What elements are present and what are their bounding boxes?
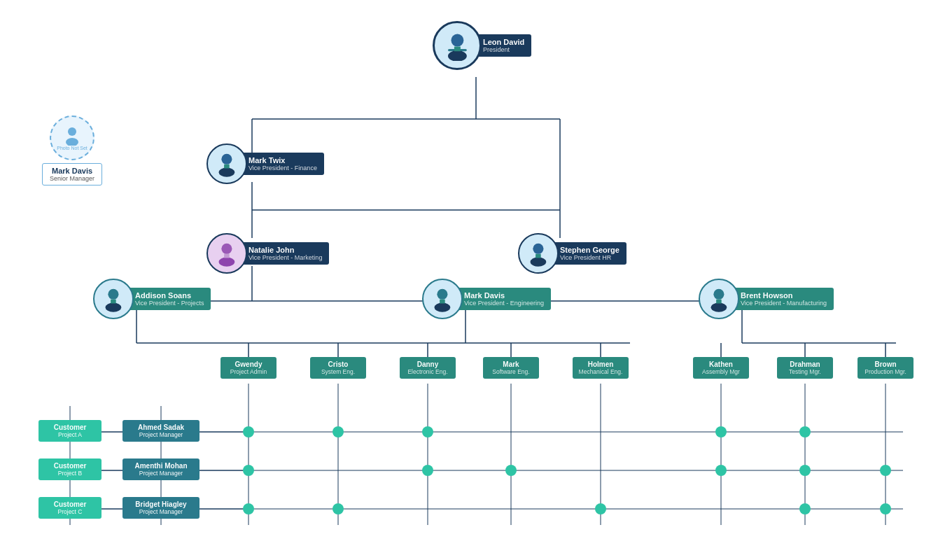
vp-marketing-node[interactable]: Natalie John Vice President - Marketing	[206, 233, 329, 274]
vp-projects-avatar	[93, 279, 134, 319]
customer-c-name: Customer	[44, 500, 96, 508]
vp-projects-title: Vice President - Projects	[135, 300, 204, 307]
dot	[880, 503, 891, 514]
danny-box[interactable]: Danny Electronic Eng.	[400, 357, 456, 379]
org-chart: Photo Not Set Mark Davis Senior Manager …	[0, 0, 952, 560]
bridget-box[interactable]: Bridget Hiagley Project Manager	[122, 497, 200, 519]
customer-a-title: Project A	[44, 431, 96, 438]
president-name: Leon David	[483, 38, 524, 46]
svg-point-65	[711, 303, 727, 312]
kathen-name: Kathen	[699, 360, 743, 368]
kathen-title: Assembly Mgr	[699, 368, 743, 375]
vp-marketing-title: Vice President - Marketing	[248, 254, 322, 261]
amenthi-box[interactable]: Amenthi Mohan Project Manager	[122, 458, 200, 480]
vp-finance-node[interactable]: Mark Twix Vice President - Finance	[206, 144, 324, 184]
dot	[799, 503, 811, 514]
vp-engineering-title: Vice President - Engineering	[464, 300, 544, 307]
dot	[799, 465, 811, 476]
vp-engineering-node[interactable]: Mark Davis Vice President - Engineering	[422, 279, 551, 319]
vp-projects-icon	[100, 286, 127, 312]
svg-point-58	[108, 289, 118, 300]
brown-box[interactable]: Brown Production Mgr.	[858, 357, 913, 379]
vp-hr-node[interactable]: Stephen George Vice President HR	[518, 233, 626, 274]
dot	[422, 465, 433, 476]
svg-point-64	[713, 289, 724, 300]
customer-a-box[interactable]: Customer Project A	[38, 420, 102, 442]
president-avatar	[433, 21, 482, 70]
vp-finance-icon	[214, 150, 240, 177]
dot	[243, 426, 254, 438]
svg-point-55	[533, 244, 543, 254]
mark-eng-name: Mark	[489, 360, 533, 368]
dot	[243, 503, 254, 514]
kathen-box[interactable]: Kathen Assembly Mgr	[693, 357, 749, 379]
bridget-title: Project Manager	[128, 508, 194, 515]
cristo-title: System Eng.	[316, 368, 360, 375]
svg-point-45	[451, 34, 463, 46]
mark-eng-box[interactable]: Mark Software Eng.	[483, 357, 539, 379]
svg-point-52	[221, 244, 232, 254]
bridget-name: Bridget Hiagley	[128, 500, 194, 508]
photo-avatar: Photo Not Set	[50, 115, 94, 160]
vp-finance-avatar	[206, 144, 247, 184]
drahman-name: Drahman	[783, 360, 827, 368]
svg-point-61	[437, 289, 447, 300]
customer-b-box[interactable]: Customer Project B	[38, 458, 102, 480]
dot	[505, 465, 517, 476]
holmen-name: Holmen	[578, 360, 623, 368]
svg-point-49	[221, 154, 232, 164]
vp-finance-title: Vice President - Finance	[248, 164, 317, 172]
vp-marketing-label: Natalie John Vice President - Marketing	[241, 242, 329, 265]
holmen-box[interactable]: Holmen Mechanical Eng.	[573, 357, 629, 379]
cristo-name: Cristo	[316, 360, 360, 368]
drahman-box[interactable]: Drahman Testing Mgr.	[777, 357, 833, 379]
vp-finance-name: Mark Twix	[248, 156, 317, 164]
photo-node[interactable]: Photo Not Set Mark Davis Senior Manager	[42, 115, 102, 186]
person-icon	[62, 125, 83, 146]
amenthi-name: Amenthi Mohan	[128, 462, 194, 470]
vp-engineering-avatar	[422, 279, 463, 319]
brown-name: Brown	[863, 360, 908, 368]
svg-rect-66	[716, 300, 722, 304]
ahmed-title: Project Manager	[128, 431, 194, 438]
svg-rect-51	[224, 164, 230, 169]
dot	[243, 465, 254, 476]
ahmed-name: Ahmed Sadak	[128, 424, 194, 431]
vp-manufacturing-avatar	[699, 279, 739, 319]
svg-rect-57	[536, 254, 541, 258]
customer-c-title: Project C	[44, 508, 96, 515]
svg-rect-60	[111, 300, 116, 304]
svg-point-59	[106, 303, 122, 312]
svg-point-53	[219, 258, 235, 267]
gwendy-box[interactable]: Gwendy Project Admin	[220, 357, 276, 379]
photo-node-name: Mark Davis	[50, 167, 94, 175]
gwendy-title: Project Admin	[226, 368, 271, 375]
svg-point-47	[448, 50, 467, 62]
svg-point-62	[435, 303, 451, 312]
president-node[interactable]: Leon David President	[433, 21, 531, 70]
president-label: Leon David President	[476, 34, 531, 57]
dot	[715, 465, 727, 476]
svg-point-50	[219, 168, 235, 177]
vp-hr-title: Vice President HR	[560, 254, 620, 261]
vp-manufacturing-title: Vice President - Manufacturing	[741, 300, 827, 307]
vp-marketing-name: Natalie John	[248, 246, 322, 254]
ahmed-box[interactable]: Ahmed Sadak Project Manager	[122, 420, 200, 442]
photo-label-box: Mark Davis Senior Manager	[42, 163, 102, 186]
vp-projects-node[interactable]: Addison Soans Vice President - Projects	[93, 279, 211, 319]
danny-name: Danny	[405, 360, 450, 368]
vp-marketing-avatar	[206, 233, 247, 274]
drahman-title: Testing Mgr.	[783, 368, 827, 375]
dot	[595, 503, 606, 514]
holmen-title: Mechanical Eng.	[578, 368, 623, 375]
danny-title: Electronic Eng.	[405, 368, 450, 375]
vp-projects-name: Addison Soans	[135, 291, 204, 300]
vp-hr-label: Stephen George Vice President HR	[553, 242, 626, 265]
president-person-icon	[442, 30, 473, 62]
vp-hr-avatar	[518, 233, 559, 274]
customer-b-title: Project B	[44, 470, 96, 477]
vp-manufacturing-node[interactable]: Brent Howson Vice President - Manufactur…	[699, 279, 834, 319]
customer-c-box[interactable]: Customer Project C	[38, 497, 102, 519]
cristo-box[interactable]: Cristo System Eng.	[310, 357, 366, 379]
vp-hr-icon	[525, 240, 552, 267]
